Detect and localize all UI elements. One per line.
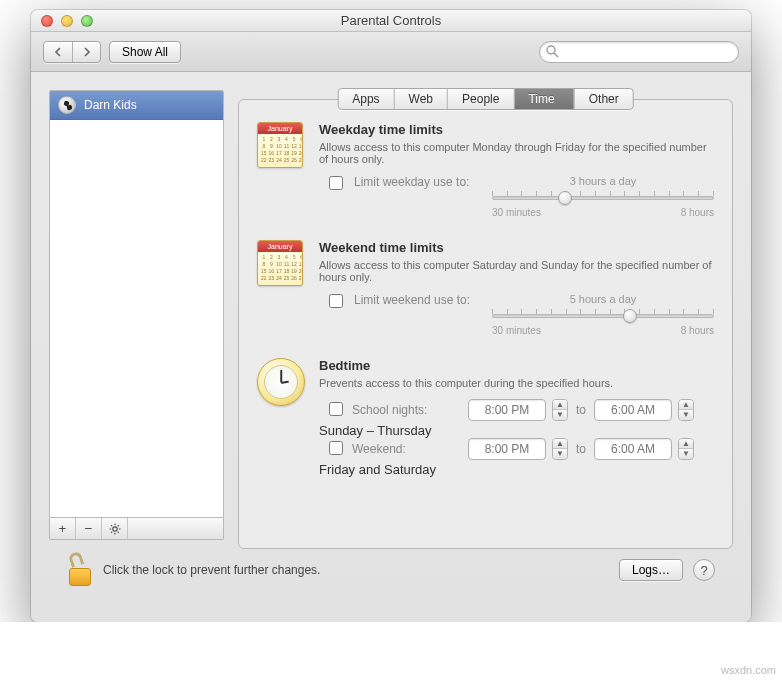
search-input[interactable] <box>539 41 739 63</box>
step-down-icon[interactable]: ▼ <box>553 410 567 420</box>
weekend-to-stepper[interactable]: ▲▼ <box>678 438 694 460</box>
weekend-desc: Allows access to this computer Saturday … <box>319 259 714 283</box>
weekday-slider[interactable] <box>492 189 714 205</box>
weekend-limit-checkbox[interactable] <box>329 294 343 308</box>
slider-knob-icon[interactable] <box>558 191 572 205</box>
step-up-icon[interactable]: ▲ <box>553 400 567 410</box>
step-down-icon[interactable]: ▼ <box>679 449 693 459</box>
school-nights-label: School nights: <box>352 403 462 417</box>
user-panel: Darn Kids + − <box>49 90 224 540</box>
tab-content: January 12345678910111213141516171819202… <box>238 99 733 549</box>
step-up-icon[interactable]: ▲ <box>553 439 567 449</box>
soccer-ball-icon <box>58 96 76 114</box>
show-all-button[interactable]: Show All <box>109 41 181 63</box>
remove-user-button[interactable]: − <box>76 518 102 539</box>
footer: Click the lock to prevent further change… <box>49 554 733 604</box>
preferences-window: Parental Controls Show All <box>31 10 751 622</box>
weekday-value-label: 3 hours a day <box>492 175 714 187</box>
svg-line-10 <box>111 531 112 532</box>
body: Darn Kids + − Apps Web People <box>31 72 751 622</box>
weekend-max-label: 8 hours <box>681 325 714 336</box>
bedtime-title: Bedtime <box>319 358 714 373</box>
step-down-icon[interactable]: ▼ <box>553 449 567 459</box>
zoom-icon[interactable] <box>81 15 93 27</box>
tab-panel: Apps Web People Time Limits Other Januar… <box>238 90 733 540</box>
step-up-icon[interactable]: ▲ <box>679 439 693 449</box>
section-bedtime: Bedtime Prevents access to this computer… <box>257 358 714 477</box>
to-word: to <box>574 442 588 456</box>
search-field-wrap <box>539 41 739 63</box>
weekday-title: Weekday time limits <box>319 122 714 137</box>
tab-web[interactable]: Web <box>395 89 448 109</box>
weekday-min-label: 30 minutes <box>492 207 541 218</box>
user-name: Darn Kids <box>84 98 137 112</box>
window-title: Parental Controls <box>31 13 751 28</box>
school-from-time[interactable] <box>468 399 546 421</box>
tab-time-limits[interactable]: Time Limits <box>514 89 574 109</box>
tab-apps[interactable]: Apps <box>338 89 394 109</box>
tabs: Apps Web People Time Limits Other <box>337 88 634 110</box>
slider-knob-icon[interactable] <box>623 309 637 323</box>
school-nights-sublabel: Sunday – Thursday <box>319 423 714 438</box>
weekend-title: Weekend time limits <box>319 240 714 255</box>
step-up-icon[interactable]: ▲ <box>679 400 693 410</box>
weekend-to-time[interactable] <box>594 438 672 460</box>
forward-button[interactable] <box>72 42 100 62</box>
titlebar: Parental Controls <box>31 10 751 32</box>
window-controls <box>31 15 93 27</box>
clock-icon <box>257 358 305 406</box>
school-to-time[interactable] <box>594 399 672 421</box>
weekday-max-label: 8 hours <box>681 207 714 218</box>
school-to-stepper[interactable]: ▲▼ <box>678 399 694 421</box>
nav-back-forward <box>43 41 101 63</box>
svg-point-0 <box>547 46 555 54</box>
minimize-icon[interactable] <box>61 15 73 27</box>
weekday-limit-label: Limit weekday use to: <box>354 175 484 189</box>
school-from-stepper[interactable]: ▲▼ <box>552 399 568 421</box>
tab-other[interactable]: Other <box>575 89 633 109</box>
bedtime-desc: Prevents access to this computer during … <box>319 377 714 389</box>
weekend-nights-checkbox[interactable] <box>329 441 343 455</box>
section-weekday: January 12345678910111213141516171819202… <box>257 122 714 218</box>
svg-line-1 <box>554 53 558 57</box>
tab-people[interactable]: People <box>448 89 514 109</box>
back-button[interactable] <box>44 42 72 62</box>
svg-line-8 <box>117 531 118 532</box>
add-user-button[interactable]: + <box>50 518 76 539</box>
chevron-right-icon <box>82 47 92 57</box>
user-list[interactable]: Darn Kids <box>49 90 224 518</box>
weekend-min-label: 30 minutes <box>492 325 541 336</box>
user-row[interactable]: Darn Kids <box>50 91 223 120</box>
weekend-from-time[interactable] <box>468 438 546 460</box>
to-word: to <box>574 403 588 417</box>
section-weekend: January 12345678910111213141516171819202… <box>257 240 714 336</box>
weekday-desc: Allows access to this computer Monday th… <box>319 141 714 165</box>
svg-line-7 <box>111 525 112 526</box>
bedtime-weekend-row: Weekend: ▲▼ to ▲▼ <box>319 438 714 460</box>
lock-icon[interactable] <box>67 554 93 586</box>
user-action-menu-button[interactable] <box>102 518 128 539</box>
search-icon <box>545 44 559 61</box>
close-icon[interactable] <box>41 15 53 27</box>
weekend-nights-sublabel: Friday and Saturday <box>319 462 714 477</box>
user-actions: + − <box>49 518 224 540</box>
logs-button[interactable]: Logs… <box>619 559 683 581</box>
weekend-from-stepper[interactable]: ▲▼ <box>552 438 568 460</box>
toolbar: Show All <box>31 32 751 72</box>
svg-line-9 <box>117 525 118 526</box>
weekend-limit-label: Limit weekend use to: <box>354 293 484 307</box>
svg-point-2 <box>112 526 116 530</box>
weekend-value-label: 5 hours a day <box>492 293 714 305</box>
calendar-icon: January 12345678910111213141516171819202… <box>257 122 303 168</box>
lock-text: Click the lock to prevent further change… <box>103 563 609 577</box>
weekend-nights-label: Weekend: <box>352 442 462 456</box>
step-down-icon[interactable]: ▼ <box>679 410 693 420</box>
bedtime-school-row: School nights: ▲▼ to ▲▼ <box>319 399 714 421</box>
chevron-left-icon <box>53 47 63 57</box>
calendar-icon: January 12345678910111213141516171819202… <box>257 240 303 286</box>
weekend-slider[interactable] <box>492 307 714 323</box>
gear-icon <box>109 523 121 535</box>
weekday-limit-checkbox[interactable] <box>329 176 343 190</box>
help-button[interactable]: ? <box>693 559 715 581</box>
school-nights-checkbox[interactable] <box>329 402 343 416</box>
